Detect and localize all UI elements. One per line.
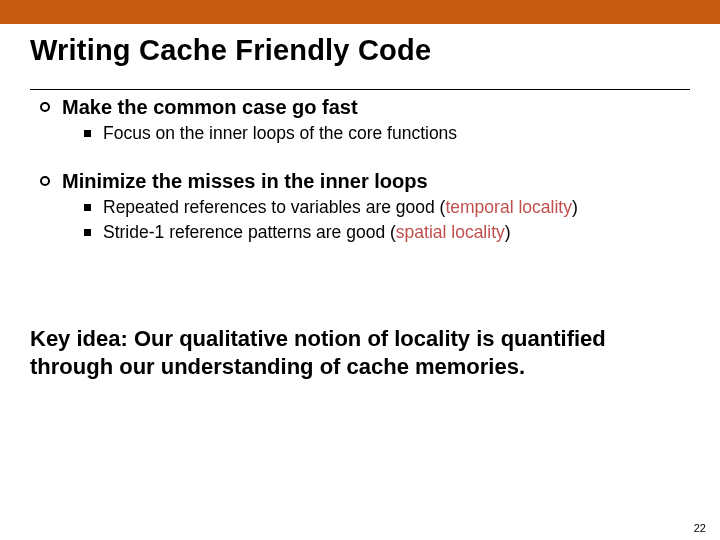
slide-title: Writing Cache Friendly Code <box>30 34 690 67</box>
circle-bullet-icon <box>40 102 50 112</box>
square-bullet-icon <box>84 204 91 211</box>
square-bullet-icon <box>84 229 91 236</box>
bullet-level2: Repeated references to variables are goo… <box>84 197 690 218</box>
circle-bullet-icon <box>40 176 50 186</box>
header-accent-bar <box>0 0 720 24</box>
slide-title-block: Writing Cache Friendly Code <box>30 34 690 90</box>
slide-body: Writing Cache Friendly Code Make the com… <box>0 24 720 540</box>
bullet-text: Focus on the inner loops of the core fun… <box>103 123 457 144</box>
page-number: 22 <box>694 522 706 534</box>
highlight-text: temporal locality <box>445 197 571 217</box>
bullet-text: Make the common case go fast <box>62 96 358 119</box>
bullet-level1: Make the common case go fast <box>40 96 690 119</box>
bullet-text: Minimize the misses in the inner loops <box>62 170 428 193</box>
title-underline <box>30 89 690 90</box>
bullet-text: Stride-1 reference patterns are good (sp… <box>103 222 511 243</box>
bullet-level1: Minimize the misses in the inner loops <box>40 170 690 193</box>
text-part: ) <box>505 222 511 242</box>
bullet-level2: Focus on the inner loops of the core fun… <box>84 123 690 144</box>
key-idea-text: Key idea: Our qualitative notion of loca… <box>30 325 690 380</box>
text-part: ) <box>572 197 578 217</box>
text-part: Repeated references to variables are goo… <box>103 197 445 217</box>
bullet-level2: Stride-1 reference patterns are good (sp… <box>84 222 690 243</box>
square-bullet-icon <box>84 130 91 137</box>
text-part: Stride-1 reference patterns are good ( <box>103 222 396 242</box>
bullet-text: Repeated references to variables are goo… <box>103 197 578 218</box>
highlight-text: spatial locality <box>396 222 505 242</box>
